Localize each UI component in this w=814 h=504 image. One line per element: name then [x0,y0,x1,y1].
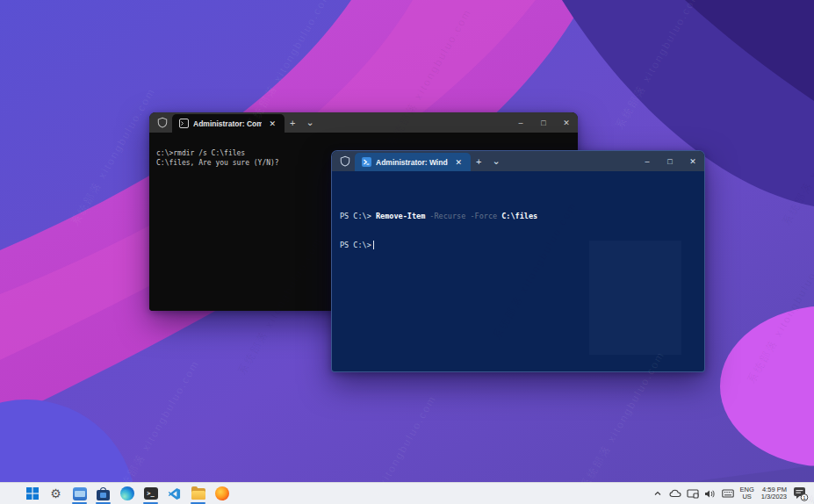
system-tray: ENG US 4:59 PM 1/3/2023 1 [650,483,814,504]
touch-keyboard-tray-button[interactable] [720,483,736,504]
clock[interactable]: 4:59 PM 1/3/2023 [759,486,789,501]
admin-shield-icon [332,151,355,171]
ps-close-button[interactable]: ✕ [681,151,704,171]
cmd-tab-close-icon[interactable]: ✕ [266,119,278,129]
display-cast-tray-button[interactable] [685,483,701,504]
chat-notification-icon: 1 [793,486,809,501]
ps-command: Remove-Item [376,212,425,220]
ps-argument: C:\files [501,212,537,220]
cmd-tab-dropdown-icon[interactable]: ⌄ [300,112,319,133]
file-explorer-button[interactable] [186,483,210,504]
ps-parameters: -Recurse -Force [425,212,501,220]
microsoft-store-button[interactable] [91,483,115,504]
taskbar: ⚙ >_ [0,482,814,504]
tray-date: 1/3/2023 [761,493,787,501]
cloud-icon [669,489,681,498]
gear-icon: ⚙ [50,487,61,500]
text-cursor [373,241,375,249]
cmd-titlebar[interactable]: Administrator: Command Pror ✕ + ⌄ – □ ✕ [149,112,578,133]
cmd-app-icon [179,116,189,132]
vscode-button[interactable] [162,483,186,504]
chevron-up-icon [653,489,662,498]
cmd-maximize-button[interactable]: □ [532,112,555,133]
powershell-terminal-window[interactable]: Administrator: Windows Powe ✕ + ⌄ – □ ✕ … [331,150,705,372]
photos-app-button[interactable] [68,483,91,504]
windows-terminal-button[interactable]: >_ [139,483,162,504]
firefox-button[interactable] [210,483,234,504]
cmd-minimize-button[interactable]: – [509,112,532,133]
terminal-icon: >_ [144,487,158,500]
speaker-icon [704,489,716,499]
running-indicator [96,502,111,504]
ps-titlebar-drag-area[interactable] [506,151,636,171]
cmd-close-button[interactable]: ✕ [555,112,578,133]
settings-button[interactable]: ⚙ [44,483,68,504]
edge-icon [120,486,134,500]
start-button[interactable] [20,483,44,504]
ps-prompt: PS C:\> [340,212,376,220]
onedrive-tray-button[interactable] [667,483,683,504]
ps-minimize-button[interactable]: – [636,151,659,171]
ps-tab-title: Administrator: Windows Powe [376,158,448,167]
cmd-tab-title: Administrator: Command Pror [193,119,262,128]
running-indicator [72,502,87,504]
ps-maximize-button[interactable]: □ [659,151,681,171]
store-icon [97,487,110,500]
ps-tab-close-icon[interactable]: ✕ [452,157,465,168]
ps-prompt: PS C:\> [340,241,371,249]
ps-command-line: PS C:\> Remove-Item -Recurse -Force C:\f… [340,212,704,221]
display-icon [687,489,699,499]
taskbar-pinned-apps: ⚙ >_ [0,483,234,504]
edge-browser-button[interactable] [115,483,139,504]
tray-chevron-up-button[interactable] [650,483,666,504]
vscode-icon [168,487,181,500]
ps-titlebar[interactable]: Administrator: Windows Powe ✕ + ⌄ – □ ✕ [332,151,704,171]
windows-logo-icon [26,487,39,500]
ps-terminal-output[interactable]: PS C:\> Remove-Item -Recurse -Force C:\f… [332,171,704,371]
cmd-titlebar-drag-area[interactable] [320,112,509,133]
running-indicator [143,502,158,504]
volume-tray-button[interactable] [702,483,718,504]
cmd-new-tab-button[interactable]: + [285,112,300,133]
keyboard-icon [722,489,734,498]
ps-tab[interactable]: Administrator: Windows Powe ✕ [355,153,471,171]
powershell-app-icon [362,155,371,170]
running-indicator [191,502,205,504]
ps-tab-dropdown-icon[interactable]: ⌄ [486,151,505,171]
firefox-icon [215,486,229,500]
folder-icon [191,488,205,500]
screen-artifact [589,241,681,355]
language-switcher[interactable]: ENG US [738,486,757,501]
cmd-tab[interactable]: Administrator: Command Pror ✕ [172,114,285,133]
notification-center-button[interactable]: 1 [791,483,810,504]
language-region: US [740,493,754,501]
ps-new-tab-button[interactable]: + [471,151,486,171]
admin-shield-icon [149,112,172,133]
photos-icon [73,487,87,500]
